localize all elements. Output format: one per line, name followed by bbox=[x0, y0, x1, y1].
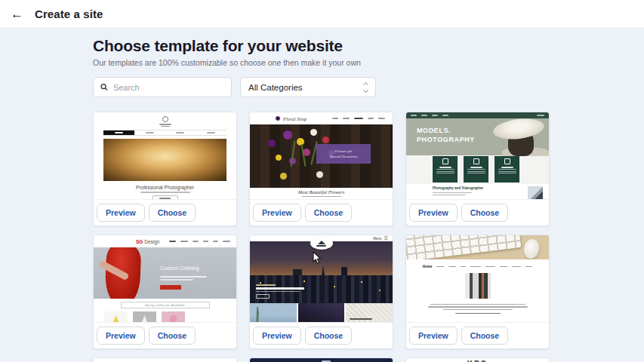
thumb-title: Professional Photographer bbox=[94, 185, 236, 190]
thumb-gallery bbox=[250, 303, 393, 323]
search-icon bbox=[100, 83, 108, 91]
thumb-section: Photography and Videographer bbox=[406, 184, 549, 200]
thumb-footer: Most Beautiful Flowers bbox=[250, 188, 393, 200]
thumb-header: Floral Shop bbox=[250, 112, 393, 124]
thumb-cta-placeholder bbox=[160, 285, 181, 290]
hamburger-icon: ☰ bbox=[384, 236, 388, 241]
thumb-field-photo bbox=[103, 139, 226, 181]
search-box[interactable] bbox=[93, 77, 232, 97]
template-thumb-models[interactable]: MODELS. PHOTOGRAPHY Photography and Vide… bbox=[406, 112, 549, 200]
template-card-models: MODELS. PHOTOGRAPHY Photography and Vide… bbox=[405, 112, 550, 226]
thumb-feature-cards bbox=[433, 156, 519, 183]
statue-of-liberty-tile bbox=[250, 303, 297, 323]
template-card-floral: Floral Shop bbox=[249, 112, 393, 226]
keyboard-photo bbox=[406, 235, 549, 259]
template-thumb-kpg[interactable]: KPG bbox=[406, 358, 549, 362]
preview-button[interactable]: Preview bbox=[253, 327, 301, 345]
template-card-partial-navy: Preview Choose bbox=[249, 357, 393, 362]
thumb-menu-label: Menu bbox=[373, 237, 381, 241]
preview-button[interactable]: Preview bbox=[409, 327, 458, 345]
thumb-brand: SG Design bbox=[136, 239, 159, 244]
thumb-nav-placeholder bbox=[103, 130, 226, 136]
thumb-tabs-placeholder bbox=[94, 358, 236, 362]
thumb-overlay-banner: Flowers for Special Occasions bbox=[316, 144, 371, 164]
template-thumb-partial-navy[interactable] bbox=[250, 358, 393, 362]
thumb-banner: Spring Collection Available bbox=[121, 302, 210, 308]
mountain-icon bbox=[318, 241, 325, 244]
preview-button[interactable]: Preview bbox=[409, 204, 458, 222]
choose-button[interactable]: Choose bbox=[305, 327, 353, 345]
template-card-kpg: KPG Preview Choose bbox=[405, 357, 550, 362]
mouse-cursor-icon bbox=[312, 251, 322, 265]
choose-button[interactable]: Choose bbox=[305, 204, 353, 222]
thumb-hero-title: Custom Clothing bbox=[160, 265, 199, 271]
template-grid: Professional Photographer Preview Choose… bbox=[93, 112, 644, 362]
section-heading: Choose template for your website bbox=[93, 37, 644, 55]
thumb-hero-title: MODELS. PHOTOGRAPHY bbox=[417, 127, 475, 144]
chevron-up-down-icon bbox=[364, 83, 368, 92]
thumb-hero: Custom Clothing bbox=[94, 247, 236, 299]
thumb-nav-placeholder bbox=[406, 112, 549, 118]
template-card-city: Menu ☰ bbox=[249, 235, 393, 349]
thumb-tulip-photo: Flowers for Special Occasions bbox=[250, 124, 393, 188]
top-bar: ← Create a site bbox=[0, 0, 644, 27]
thumb-brand: Floral Shop bbox=[283, 116, 307, 121]
template-card-photographer: Professional Photographer Preview Choose bbox=[93, 112, 237, 226]
template-thumb-partial-tabs[interactable] bbox=[94, 358, 236, 362]
thumb-portrait bbox=[528, 186, 543, 200]
sketch-tile bbox=[346, 303, 393, 323]
thumb-nav-placeholder bbox=[332, 118, 385, 119]
thumb-hero bbox=[250, 241, 393, 303]
model-hat bbox=[492, 116, 546, 142]
thumb-button-placeholder bbox=[153, 195, 178, 201]
thumb-caption: Most Beautiful Flowers bbox=[250, 188, 393, 195]
mouse-graphic bbox=[522, 238, 541, 259]
keyboard-graphic bbox=[406, 235, 521, 259]
thumb-header: SG Design bbox=[94, 235, 236, 247]
thumb-nav-placeholder bbox=[169, 241, 230, 242]
section-subheading: Our templates are 100% customizable so c… bbox=[93, 58, 644, 67]
preview-button[interactable]: Preview bbox=[253, 204, 301, 222]
thumb-hero-text-placeholder bbox=[256, 284, 304, 299]
preview-button[interactable]: Preview bbox=[97, 204, 145, 222]
thumb-section: Home bbox=[406, 259, 549, 323]
choose-button[interactable]: Choose bbox=[149, 204, 196, 222]
template-card-keyboard: Home Preview Choose bbox=[405, 235, 550, 349]
choose-button[interactable]: Choose bbox=[149, 327, 196, 345]
thumb-products bbox=[104, 311, 236, 323]
thumb-logo-circle-icon bbox=[162, 116, 168, 122]
office-photo bbox=[465, 273, 491, 299]
page-title: Create a site bbox=[35, 8, 103, 20]
template-thumb-floral[interactable]: Floral Shop bbox=[250, 112, 393, 200]
choose-button[interactable]: Choose bbox=[461, 327, 509, 345]
back-arrow-icon[interactable]: ← bbox=[8, 6, 26, 22]
search-input[interactable] bbox=[113, 83, 224, 92]
thumb-section: Spring Collection Available bbox=[94, 299, 236, 323]
thumb-nav-placeholder bbox=[250, 358, 393, 362]
template-thumb-sg-design[interactable]: SG Design Custom Clothing Spring Collect… bbox=[94, 235, 236, 323]
template-thumb-photographer[interactable]: Professional Photographer bbox=[94, 112, 236, 200]
template-card-sg-design: SG Design Custom Clothing Spring Collect… bbox=[93, 235, 237, 349]
template-card-partial-tabs: Preview Choose bbox=[93, 357, 237, 362]
template-thumb-keyboard[interactable]: Home bbox=[406, 235, 549, 323]
thumb-text-placeholder bbox=[406, 302, 549, 314]
night-sky-tile bbox=[298, 303, 345, 323]
template-thumb-city[interactable]: Menu ☰ bbox=[250, 235, 393, 323]
category-dropdown-value: All Categories bbox=[248, 83, 303, 92]
flower-logo-icon bbox=[276, 116, 280, 121]
thumb-logo-badge bbox=[310, 237, 333, 250]
preview-button[interactable]: Preview bbox=[97, 327, 145, 345]
choose-button[interactable]: Choose bbox=[461, 204, 509, 222]
thumb-hero: MODELS. PHOTOGRAPHY bbox=[406, 118, 549, 155]
category-dropdown[interactable]: All Categories bbox=[240, 77, 376, 97]
thumb-nav-placeholder: Home bbox=[406, 259, 549, 268]
